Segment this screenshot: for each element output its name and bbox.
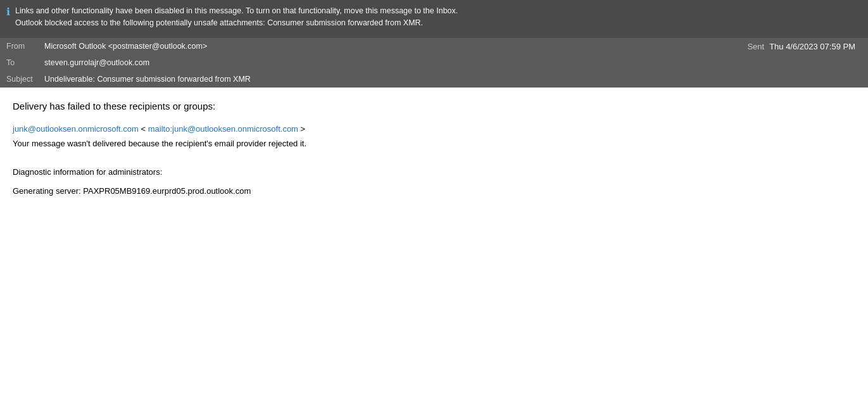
to-row: To steven.gurrolajr@outlook.com — [0, 54, 868, 71]
recipient-link2[interactable]: mailto:junk@outlooksen.onmicrosoft.com — [148, 124, 298, 134]
sent-label: Sent — [747, 42, 764, 51]
warning-banner: ℹ Links and other functionality have bee… — [0, 0, 868, 38]
diagnostic-heading: Diagnostic information for administrator… — [13, 167, 855, 177]
info-icon: ℹ — [6, 6, 10, 18]
recipient-link1[interactable]: junk@outlooksen.onmicrosoft.com — [13, 124, 139, 134]
warning-line2: Outlook blocked access to the following … — [15, 17, 458, 29]
subject-row: Subject Undeliverable: Consumer submissi… — [0, 71, 868, 87]
warning-line1: Links and other functionality have been … — [15, 5, 458, 17]
subject-label: Subject — [6, 75, 44, 84]
from-row: From Microsoft Outlook <postmaster@outlo… — [0, 38, 868, 54]
recipient-separator: < — [141, 124, 146, 134]
email-body[interactable]: Delivery has failed to these recipients … — [0, 88, 868, 389]
warning-text: Links and other functionality have been … — [15, 5, 458, 29]
generating-server: Generating server: PAXPR05MB9169.eurprd0… — [13, 186, 855, 196]
delivery-heading: Delivery has failed to these recipients … — [13, 101, 855, 111]
to-value: steven.gurrolajr@outlook.com — [44, 58, 862, 67]
sent-section: Sent Thu 4/6/2023 07:59 PM — [747, 42, 855, 51]
email-header: From Microsoft Outlook <postmaster@outlo… — [0, 38, 868, 87]
from-label: From — [6, 42, 44, 51]
recipient-links: junk@outlooksen.onmicrosoft.com < mailto… — [13, 124, 855, 134]
recipient-end: > — [301, 124, 306, 134]
to-label: To — [6, 58, 44, 67]
rejection-text: Your message wasn't delivered because th… — [13, 139, 855, 148]
subject-value: Undeliverable: Consumer submission forwa… — [44, 75, 862, 84]
sent-value: Thu 4/6/2023 07:59 PM — [769, 42, 855, 51]
from-value: Microsoft Outlook <postmaster@outlook.co… — [44, 42, 747, 51]
from-left: From Microsoft Outlook <postmaster@outlo… — [6, 42, 747, 51]
